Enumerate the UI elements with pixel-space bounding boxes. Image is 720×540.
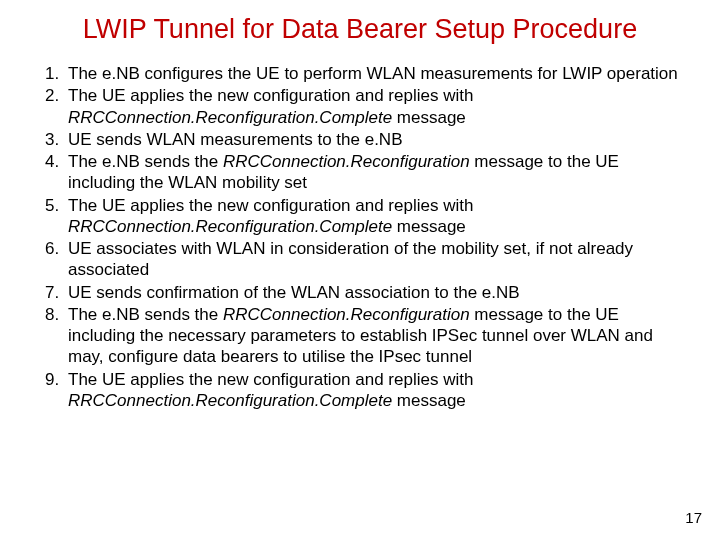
list-item: The e.NB sends the RRCConnection.Reconfi… [64, 304, 684, 368]
slide-title: LWIP Tunnel for Data Bearer Setup Proced… [0, 0, 720, 51]
item-text: The e.NB sends the [68, 152, 223, 171]
item-italic: RRCConnection.Reconfiguration.Complete [68, 391, 392, 410]
item-text: The UE applies the new configuration and… [68, 370, 473, 389]
item-text: The UE applies the new configuration and… [68, 86, 473, 105]
item-text: The e.NB sends the [68, 305, 223, 324]
list-item: The e.NB sends the RRCConnection.Reconfi… [64, 151, 684, 194]
list-item: The e.NB configures the UE to perform WL… [64, 63, 684, 84]
item-italic: RRCConnection.Reconfiguration.Complete [68, 217, 392, 236]
list-item: UE associates with WLAN in consideration… [64, 238, 684, 281]
item-text: message [392, 108, 466, 127]
item-italic: RRCConnection.Reconfiguration [223, 305, 470, 324]
item-text: The e.NB configures the UE to perform WL… [68, 64, 678, 83]
item-text: message [392, 217, 466, 236]
page-number: 17 [685, 509, 702, 526]
item-text: UE sends confirmation of the WLAN associ… [68, 283, 520, 302]
item-text: The UE applies the new configuration and… [68, 196, 473, 215]
procedure-list: The e.NB configures the UE to perform WL… [36, 63, 684, 411]
list-item: The UE applies the new configuration and… [64, 195, 684, 238]
item-italic: RRCConnection.Reconfiguration.Complete [68, 108, 392, 127]
list-item: UE sends WLAN measurements to the e.NB [64, 129, 684, 150]
item-italic: RRCConnection.Reconfiguration [223, 152, 470, 171]
item-text: message [392, 391, 466, 410]
list-item: UE sends confirmation of the WLAN associ… [64, 282, 684, 303]
list-item: The UE applies the new configuration and… [64, 85, 684, 128]
item-text: UE associates with WLAN in consideration… [68, 239, 633, 279]
list-item: The UE applies the new configuration and… [64, 369, 684, 412]
slide: LWIP Tunnel for Data Bearer Setup Proced… [0, 0, 720, 540]
item-text: UE sends WLAN measurements to the e.NB [68, 130, 402, 149]
